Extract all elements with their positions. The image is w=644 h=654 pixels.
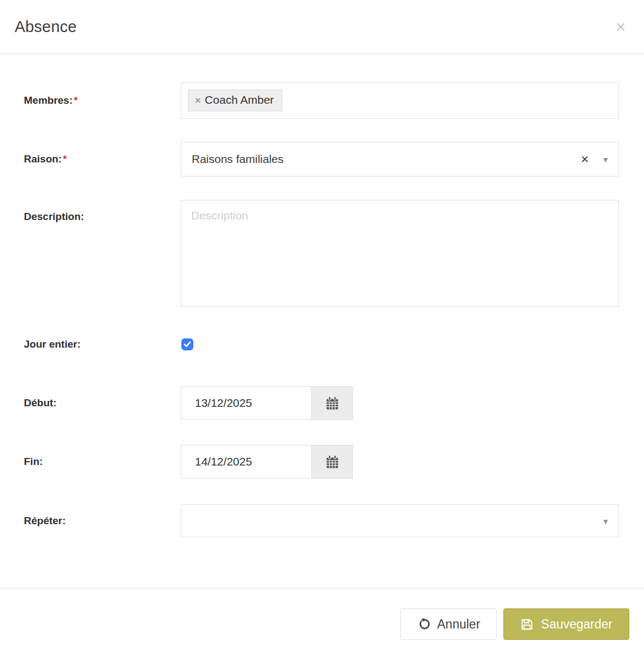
cancel-button[interactable]: Annuler xyxy=(400,608,497,640)
save-button[interactable]: Sauvegarder xyxy=(503,608,629,640)
description-row: Description: xyxy=(24,200,619,309)
raison-row: Raison:* Raisons familiales ✕ ▼ xyxy=(24,142,619,177)
close-icon[interactable]: × xyxy=(614,16,628,37)
fin-date-input[interactable] xyxy=(181,445,311,479)
fin-calendar-button[interactable] xyxy=(311,445,353,479)
fin-label: Fin: xyxy=(24,456,43,467)
description-label: Description: xyxy=(24,211,84,222)
membres-input[interactable]: × Coach Amber xyxy=(181,82,619,119)
debut-calendar-button[interactable] xyxy=(311,386,353,420)
calendar-icon xyxy=(325,454,340,469)
clear-raison-icon[interactable]: ✕ xyxy=(580,154,589,165)
undo-icon xyxy=(417,618,430,631)
jour-entier-checkbox[interactable] xyxy=(181,338,193,350)
debut-row: Début: xyxy=(24,386,619,420)
repeter-label: Répéter: xyxy=(24,515,66,526)
member-tag: × Coach Amber xyxy=(188,90,282,111)
debut-date-input[interactable] xyxy=(181,386,311,420)
save-icon xyxy=(520,618,534,631)
required-asterisk: * xyxy=(74,95,78,106)
absence-form: Membres:* × Coach Amber Raison:* Raisons… xyxy=(0,54,644,537)
modal-footer: Annuler Sauvegarder xyxy=(0,588,644,654)
checkmark-icon xyxy=(184,341,191,348)
jour-entier-label: Jour entier: xyxy=(24,338,81,350)
chevron-down-icon[interactable]: ▼ xyxy=(602,156,609,163)
remove-member-icon[interactable]: × xyxy=(195,95,201,105)
save-button-label: Sauvegarder xyxy=(541,617,613,632)
raison-label: Raison:* xyxy=(24,153,67,165)
raison-select[interactable]: Raisons familiales ✕ ▼ xyxy=(181,142,619,177)
calendar-icon xyxy=(325,395,340,411)
jour-entier-row: Jour entier: xyxy=(24,336,619,353)
description-input[interactable] xyxy=(181,200,619,307)
repeter-row: Répéter: ▼ xyxy=(24,504,619,537)
repeter-select[interactable]: ▼ xyxy=(181,504,619,537)
membres-label: Membres:* xyxy=(24,95,78,106)
raison-value: Raisons familiales xyxy=(192,153,283,166)
required-asterisk: * xyxy=(63,153,67,165)
chevron-down-icon[interactable]: ▼ xyxy=(602,517,609,525)
absence-modal: Absence × Membres:* × Coach Amber Raison… xyxy=(0,0,644,654)
cancel-button-label: Annuler xyxy=(437,617,480,632)
membres-row: Membres:* × Coach Amber xyxy=(24,82,619,119)
modal-header: Absence × xyxy=(0,0,644,54)
fin-row: Fin: xyxy=(24,445,619,479)
page-title: Absence xyxy=(15,18,77,36)
member-tag-label: Coach Amber xyxy=(205,93,274,106)
debut-label: Début: xyxy=(24,397,56,408)
